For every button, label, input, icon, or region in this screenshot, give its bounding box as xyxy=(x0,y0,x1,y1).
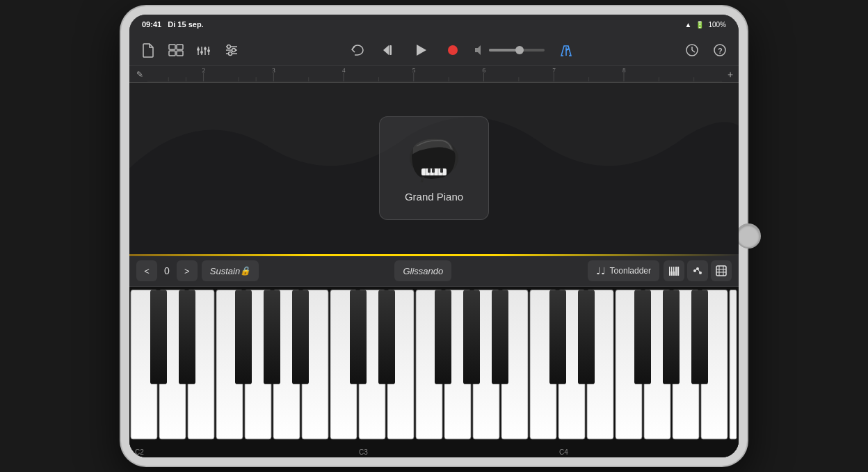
record-button[interactable] xyxy=(443,40,463,60)
key-cs4[interactable] xyxy=(549,290,566,384)
undo-button[interactable] xyxy=(348,41,367,59)
svg-marker-22 xyxy=(475,45,481,55)
status-bar: 09:41 Di 15 sep. ▲ 🔋 100% xyxy=(129,15,739,34)
svg-rect-64 xyxy=(432,168,435,173)
ipad-frame: 09:41 Di 15 sep. ▲ 🔋 100% xyxy=(121,6,747,466)
scale-button[interactable]: ♩♩ Toonladder xyxy=(588,260,659,281)
lock-icon: 🔒 xyxy=(240,266,250,276)
status-time: 09:41 Di 15 sep. xyxy=(142,20,204,29)
svg-text:3: 3 xyxy=(272,67,275,74)
octave-value: 0 xyxy=(160,265,174,276)
volume-track[interactable] xyxy=(489,49,545,52)
main-content: Grand Piano xyxy=(129,83,739,254)
svg-rect-65 xyxy=(440,168,443,173)
time-display: 09:41 xyxy=(142,20,161,29)
date-display: Di 15 sep. xyxy=(168,20,203,29)
svg-rect-73 xyxy=(673,267,674,272)
key-gs4[interactable] xyxy=(663,290,680,384)
key-cs2[interactable] xyxy=(150,290,167,384)
key-fs4[interactable] xyxy=(634,290,651,384)
keys-view-button[interactable] xyxy=(664,260,684,281)
svg-text:2: 2 xyxy=(202,67,206,74)
svg-marker-18 xyxy=(383,45,389,55)
svg-rect-80 xyxy=(716,266,726,276)
svg-point-21 xyxy=(448,45,458,55)
svg-text:5: 5 xyxy=(412,67,416,74)
svg-text:8: 8 xyxy=(622,67,626,74)
svg-point-11 xyxy=(207,49,210,52)
svg-text:6: 6 xyxy=(482,67,485,74)
c2-label: C2 xyxy=(135,448,144,456)
svg-point-10 xyxy=(204,47,207,50)
add-track-button[interactable]: + xyxy=(722,66,739,83)
glissando-button[interactable]: Glissando xyxy=(394,260,451,281)
key-gs2[interactable] xyxy=(264,290,280,384)
timeline-ruler: ✎ 2 3 4 5 6 xyxy=(129,66,739,83)
c3-label: C3 xyxy=(359,448,368,456)
rewind-button[interactable] xyxy=(379,40,399,60)
key-as2[interactable] xyxy=(292,290,309,384)
key-cs3[interactable] xyxy=(350,290,367,384)
svg-marker-20 xyxy=(417,45,426,56)
svg-rect-1 xyxy=(177,45,183,49)
svg-rect-70 xyxy=(675,267,677,276)
piano-keyboard: C2 C3 C4 xyxy=(129,287,739,458)
new-track-button[interactable] xyxy=(139,41,157,59)
svg-text:4: 4 xyxy=(342,67,346,74)
svg-point-15 xyxy=(227,45,231,48)
key-ds3[interactable] xyxy=(378,290,395,384)
battery-label: 100% xyxy=(708,21,726,29)
svg-rect-19 xyxy=(389,45,392,55)
metronome-button[interactable] xyxy=(557,41,575,59)
settings-button[interactable] xyxy=(223,41,241,59)
svg-point-8 xyxy=(197,48,200,51)
svg-text:7: 7 xyxy=(552,67,556,74)
cursor-icon: ✎ xyxy=(136,70,143,79)
key-fs3[interactable] xyxy=(435,290,451,384)
svg-point-16 xyxy=(232,48,236,52)
svg-rect-74 xyxy=(675,267,676,272)
key-ds2[interactable] xyxy=(179,290,195,384)
svg-rect-63 xyxy=(428,168,431,173)
svg-point-17 xyxy=(229,52,232,55)
home-button[interactable] xyxy=(736,223,761,249)
toolbar: ? xyxy=(129,34,739,66)
toolbar-right: ? xyxy=(683,41,729,59)
octave-controls: < 0 > xyxy=(136,260,198,281)
ipad-screen: 09:41 Di 15 sep. ▲ 🔋 100% xyxy=(129,15,739,457)
svg-line-27 xyxy=(692,50,695,52)
wifi-icon: ▲ xyxy=(685,21,692,29)
controls-bar: < 0 > Sustain 🔒 Glissando ♩♩ Toonladder xyxy=(129,256,739,287)
keys-area xyxy=(129,287,739,444)
sustain-button[interactable]: Sustain 🔒 xyxy=(202,260,259,281)
key-as3[interactable] xyxy=(492,290,508,384)
svg-point-9 xyxy=(200,51,203,54)
svg-text:?: ? xyxy=(718,47,723,55)
svg-line-66 xyxy=(421,177,424,182)
status-right: ▲ 🔋 100% xyxy=(685,21,726,29)
track-view-button[interactable] xyxy=(167,41,185,59)
toolbar-left xyxy=(139,41,241,59)
arpeggio-view-button[interactable] xyxy=(687,260,708,281)
svg-rect-72 xyxy=(670,267,672,272)
help-button[interactable]: ? xyxy=(711,41,729,59)
next-octave-button[interactable]: > xyxy=(177,260,198,281)
mixer-button[interactable] xyxy=(195,41,213,59)
key-c5-partial[interactable] xyxy=(730,290,737,439)
key-fs2[interactable] xyxy=(235,290,252,384)
battery-icon: 🔋 xyxy=(696,21,704,29)
svg-rect-0 xyxy=(169,45,175,49)
key-gs3[interactable] xyxy=(463,290,480,384)
settings-view-button[interactable] xyxy=(711,260,732,281)
svg-rect-3 xyxy=(177,51,183,56)
svg-rect-71 xyxy=(677,267,679,276)
view-icons xyxy=(664,260,732,281)
volume-slider[interactable] xyxy=(475,45,545,55)
key-ds4[interactable] xyxy=(578,290,595,384)
play-button[interactable] xyxy=(411,40,431,60)
octave-labels: C2 C3 C4 xyxy=(129,443,739,457)
prev-octave-button[interactable]: < xyxy=(136,260,157,281)
key-as4[interactable] xyxy=(691,290,708,384)
c4-label: C4 xyxy=(559,448,568,456)
clock-button[interactable] xyxy=(683,41,701,59)
